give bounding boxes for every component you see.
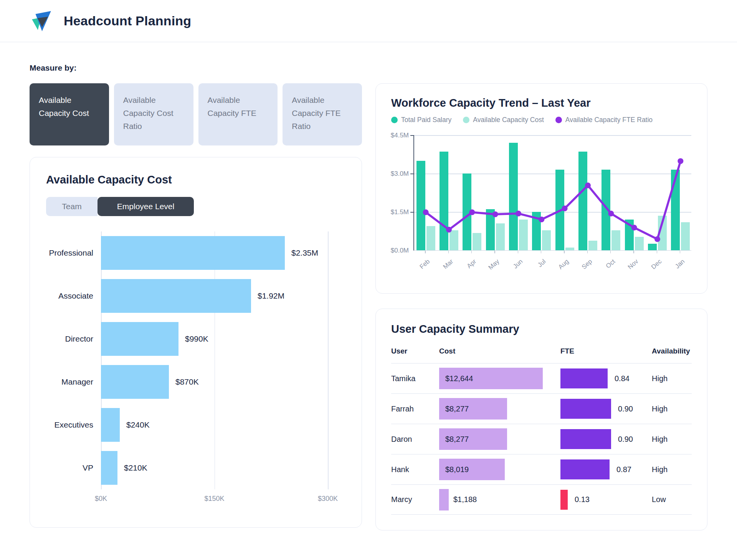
xaxis-tick-label: Nov bbox=[626, 258, 640, 271]
fte-ratio-point[interactable] bbox=[608, 211, 614, 216]
xaxis-tick-label: Mar bbox=[441, 258, 454, 270]
tab-team[interactable]: Team bbox=[46, 197, 97, 216]
fte-value: 0.90 bbox=[618, 435, 633, 444]
xaxis-tick-label: Jul bbox=[536, 258, 547, 268]
fte-cell: 0.90 bbox=[560, 399, 652, 419]
cost-value: $8,277 bbox=[439, 405, 469, 413]
measure-option-available-capacity-cost-ratio[interactable]: Available Capacity Cost Ratio bbox=[114, 83, 193, 145]
fte-ratio-point[interactable] bbox=[678, 158, 683, 164]
bar-category-label: Executives bbox=[32, 420, 93, 429]
bar-value-label: $240K bbox=[126, 420, 150, 429]
fte-value: 0.90 bbox=[618, 405, 633, 413]
fte-bar bbox=[560, 459, 610, 479]
xaxis-tick-label: May bbox=[487, 258, 501, 271]
fte-ratio-line bbox=[414, 135, 692, 251]
bar-executives[interactable] bbox=[101, 408, 120, 442]
left-column: Measure by: Available Capacity CostAvail… bbox=[30, 42, 362, 530]
xaxis-tick bbox=[633, 251, 634, 253]
cost-bar: $8,277 bbox=[439, 398, 507, 420]
bar-category-label: Manager bbox=[32, 377, 93, 387]
trend-xaxis: FebMarAprMayJunJulAugSepOctNovDecJan bbox=[413, 251, 691, 275]
cost-cell: $8,277 bbox=[439, 428, 560, 450]
xaxis-tick-label: Jun bbox=[511, 258, 524, 270]
table-header-row: UserCostFTEAvailability bbox=[391, 347, 692, 363]
yaxis-tick bbox=[410, 173, 414, 175]
legend-label: Available Capacity FTE Ratio bbox=[565, 116, 653, 124]
bar-row-manager: Manager$870K bbox=[101, 360, 328, 403]
fte-ratio-point[interactable] bbox=[585, 183, 591, 188]
gridline bbox=[328, 231, 329, 489]
trend-chart: $0.0M$1.5M$3.0M$4.5M bbox=[391, 135, 692, 251]
page: Headcount Planning Measure by: Available… bbox=[0, 0, 737, 560]
table-row-farrah: Farrah$8,2770.90High bbox=[391, 393, 692, 424]
legend-label: Total Paid Salary bbox=[401, 116, 451, 124]
trend-legend: Total Paid SalaryAvailable Capacity Cost… bbox=[391, 116, 692, 124]
app-logo-icon bbox=[30, 9, 53, 33]
fte-ratio-point[interactable] bbox=[654, 236, 660, 242]
bar-category-label: Director bbox=[32, 334, 93, 344]
bar-category-label: Associate bbox=[32, 291, 93, 301]
bar-value-label: $1.92M bbox=[258, 291, 284, 301]
legend-item-available-capacity-cost: Available Capacity Cost bbox=[463, 116, 544, 124]
yaxis-tick-label: $3.0M bbox=[391, 170, 409, 178]
fte-ratio-point[interactable] bbox=[631, 225, 637, 231]
cost-value: $8,019 bbox=[439, 465, 469, 474]
measure-option-available-capacity-cost[interactable]: Available Capacity Cost bbox=[30, 83, 109, 145]
fte-ratio-point[interactable] bbox=[562, 206, 568, 211]
yaxis-tick bbox=[410, 212, 414, 213]
user-name: Marcy bbox=[391, 495, 439, 504]
yaxis-tick-label: $0.0M bbox=[391, 247, 409, 254]
bar-associate[interactable] bbox=[101, 279, 251, 313]
user-name: Daron bbox=[391, 435, 439, 444]
bar-row-associate: Associate$1.92M bbox=[101, 274, 328, 317]
fte-ratio-point[interactable] bbox=[492, 211, 498, 217]
measure-option-available-capacity-fte[interactable]: Available Capacity FTE bbox=[198, 83, 278, 145]
xaxis-tick bbox=[448, 251, 449, 253]
xaxis-tick-label: Sep bbox=[580, 258, 593, 271]
content: Measure by: Available Capacity CostAvail… bbox=[0, 42, 737, 530]
team-employee-toggle: TeamEmployee Level bbox=[46, 197, 345, 216]
measure-option-available-capacity-fte-ratio[interactable]: Available Capacity FTE Ratio bbox=[283, 83, 362, 145]
bar-row-director: Director$990K bbox=[101, 317, 328, 360]
availability-value: High bbox=[652, 374, 692, 383]
xaxis-tick-label: Oct bbox=[604, 258, 616, 269]
xaxis-tick bbox=[657, 251, 658, 253]
xaxis-tick bbox=[471, 251, 472, 253]
xaxis-tick-label: Apr bbox=[465, 258, 478, 269]
bar-director[interactable] bbox=[101, 322, 178, 356]
bar-manager[interactable] bbox=[101, 365, 169, 399]
legend-item-available-capacity-fte-ratio: Available Capacity FTE Ratio bbox=[555, 116, 653, 124]
fte-cell: 0.84 bbox=[560, 368, 652, 388]
user-capacity-table: UserCostFTEAvailability Tamika$12,6440.8… bbox=[391, 347, 692, 515]
fte-ratio-point[interactable] bbox=[516, 211, 521, 216]
legend-dot-icon bbox=[463, 117, 469, 123]
availability-value: High bbox=[652, 435, 692, 444]
table-body: Tamika$12,6440.84HighFarrah$8,2770.90Hig… bbox=[391, 363, 692, 515]
fte-bar bbox=[560, 490, 568, 510]
available-capacity-cost-card: Available Capacity Cost TeamEmployee Lev… bbox=[30, 157, 362, 528]
xaxis-tick-label: Jan bbox=[674, 258, 686, 270]
summary-card-title: User Capacity Summary bbox=[391, 323, 692, 335]
bar-category-label: Professional bbox=[32, 248, 93, 258]
bar-professional[interactable] bbox=[101, 236, 285, 270]
cost-cell: $1,188 bbox=[439, 489, 560, 510]
fte-ratio-point[interactable] bbox=[446, 227, 452, 233]
bar-vp[interactable] bbox=[101, 451, 117, 485]
xaxis-tick bbox=[541, 251, 542, 253]
fte-ratio-point[interactable] bbox=[469, 210, 475, 215]
capacity-card-title: Available Capacity Cost bbox=[46, 173, 345, 186]
availability-value: Low bbox=[652, 495, 692, 504]
xaxis-tick-label: Dec bbox=[649, 258, 663, 271]
trend-yaxis: $0.0M$1.5M$3.0M$4.5M bbox=[391, 135, 413, 251]
bar-row-executives: Executives$240K bbox=[101, 403, 328, 446]
fte-ratio-point[interactable] bbox=[539, 216, 544, 222]
xaxis-tick-label: $300K bbox=[318, 495, 338, 503]
cost-cell: $8,019 bbox=[439, 459, 560, 480]
tab-employee-level[interactable]: Employee Level bbox=[97, 197, 194, 216]
xaxis-tick bbox=[610, 251, 611, 253]
cost-cell: $12,644 bbox=[439, 368, 560, 389]
right-column: Workforce Capacity Trend – Last Year Tot… bbox=[375, 83, 707, 530]
bar-row-professional: Professional$2.35M bbox=[101, 231, 328, 274]
fte-ratio-point[interactable] bbox=[423, 210, 429, 215]
cost-bar: $8,019 bbox=[439, 459, 505, 480]
